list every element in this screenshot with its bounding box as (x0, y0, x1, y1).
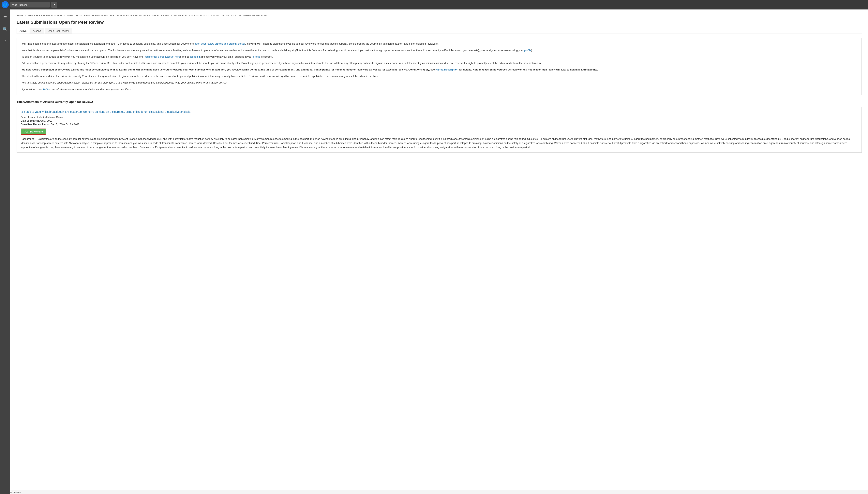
info-para-6: The standard turnaround time for reviews… (21, 74, 857, 78)
tab-archive[interactable]: Archive (30, 28, 44, 34)
info-para-5-after: for details. Note that assigning yoursel… (458, 68, 598, 71)
sidebar: ☰ 🔍 ? (0, 10, 10, 494)
register-link[interactable]: register for a free account here (145, 55, 180, 58)
info-para-7: The abstracts on this page are unpublish… (21, 81, 857, 85)
topbar: 🌐 ▾ (0, 0, 868, 10)
info-para-5-before: We now reward completed peer-reviews (al… (21, 68, 435, 71)
breadcrumb: HOME → OPEN PEER-REVIEW: IS IT SAFE TO V… (17, 14, 862, 17)
articles-section-title: Titles/Abstracts of Articles Currently O… (17, 100, 862, 103)
article-journal: From: Journal of Medical Internet Resear… (21, 116, 857, 119)
info-para-8-before: If you follow us on (21, 88, 43, 91)
info-para-1: JMIR has been a leader in applying openn… (21, 42, 857, 46)
review-period-label: Open Peer Review Period: (21, 123, 50, 126)
tab-open-peer-review[interactable]: Open Peer Review (45, 28, 72, 34)
profile-link-1[interactable]: profile (524, 49, 531, 52)
sidebar-menu-icon[interactable]: ☰ (1, 13, 9, 21)
article-title-link[interactable]: Is it safe to vape whilst breastfeeding?… (21, 110, 857, 114)
info-para-5: We now reward completed peer-reviews (al… (21, 68, 857, 72)
main-content: HOME → OPEN PEER-REVIEW: IS IT SAFE TO V… (10, 10, 868, 494)
info-para-3-between: ) and be (180, 55, 190, 58)
article-abstract: Background: E-cigarettes are an increasi… (21, 137, 857, 149)
date-submitted-value: Aug 1, 2018 (39, 119, 52, 122)
twitter-link[interactable]: Twitter (43, 88, 50, 91)
info-para-4: Add yourself as a peer reviewer to any a… (21, 61, 857, 65)
article-review-period: Open Peer Review Period: Sep 3, 2018 - O… (21, 123, 857, 126)
info-para-2-before: Note that this is a not a complete list … (21, 49, 524, 52)
karma-link[interactable]: Karma Description (435, 68, 458, 71)
article-card: Is it safe to vape whilst breastfeeding?… (17, 107, 862, 153)
globe-icon: 🌐 (3, 3, 7, 7)
dropdown-button[interactable]: ▾ (51, 2, 57, 8)
info-para-8: If you follow us on Twitter, we will als… (21, 87, 857, 91)
info-para-2-after: ). (531, 49, 533, 52)
chevron-down-icon: ▾ (54, 3, 55, 6)
tab-active[interactable]: Active (17, 28, 29, 34)
address-input[interactable] (10, 2, 50, 7)
info-para-1-after: , allowing JMIR users to sign themselves… (245, 42, 439, 45)
logged-in-link[interactable]: logged in (190, 55, 200, 58)
date-submitted-label: Date Submitted: (21, 119, 39, 122)
info-box: JMIR has been a leader in applying openn… (17, 38, 862, 95)
profile-link-2[interactable]: profile (253, 55, 260, 58)
footer: jmirpublications.com (0, 490, 868, 494)
sidebar-help-icon[interactable]: ? (1, 38, 9, 46)
tabs-bar: Active Archive Open Peer Review (17, 28, 862, 34)
open-peer-review-link[interactable]: open peer review articles and preprint s… (194, 42, 245, 45)
info-para-1-before: JMIR has been a leader in applying openn… (21, 42, 194, 45)
info-para-3: To assign yourself to an article as revi… (21, 55, 857, 59)
review-period-value: Sep 3, 2018 - Oct 29, 2018 (51, 123, 79, 126)
article-date-submitted: Date Submitted: Aug 1, 2018 (21, 119, 857, 122)
info-para-3-before-3: (please verify that your email address i… (200, 55, 253, 58)
info-para-8-after: , we will also announce new submissions … (50, 88, 132, 91)
info-para-3-after-3: is correct). (260, 55, 273, 58)
sidebar-search-icon[interactable]: 🔍 (1, 25, 9, 33)
peer-review-button[interactable]: Peer-Review Me (21, 129, 46, 135)
info-para-2: Note that this is a not a complete list … (21, 49, 857, 53)
breadcrumb-home[interactable]: HOME (17, 14, 23, 17)
breadcrumb-current: OPEN PEER-REVIEW: IS IT SAFE TO VAPE WHI… (27, 14, 268, 17)
app-logo: 🌐 (2, 1, 9, 8)
breadcrumb-arrow: → (24, 14, 26, 17)
page-title: Latest Submissions Open for Peer Review (17, 20, 862, 25)
info-para-3-before-1: To assign yourself to an article as revi… (21, 55, 145, 58)
